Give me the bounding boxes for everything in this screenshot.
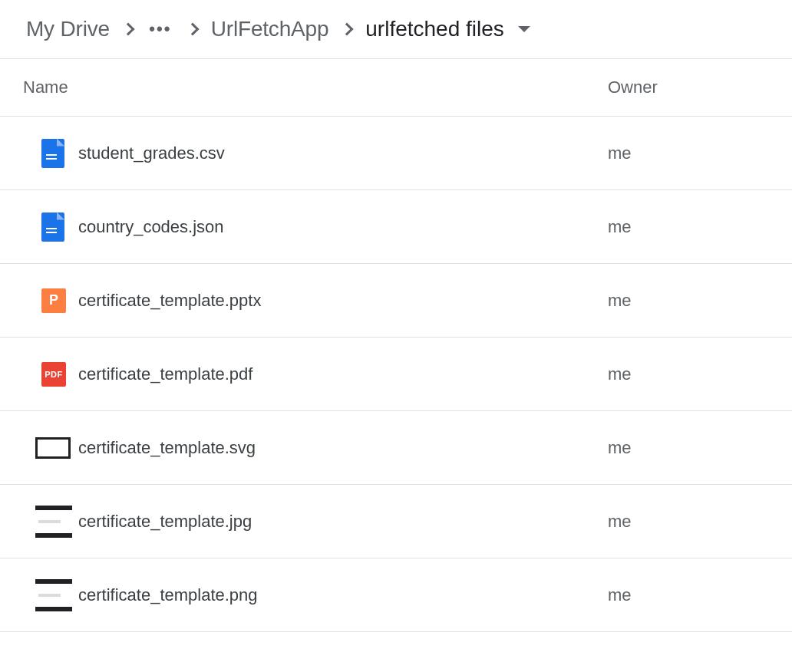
file-icon-cell	[23, 437, 78, 459]
breadcrumb: My Drive ••• UrlFetchApp urlfetched file…	[0, 0, 792, 59]
breadcrumb-root[interactable]: My Drive	[26, 17, 110, 41]
breadcrumb-current[interactable]: urlfetched files	[365, 17, 530, 41]
document-icon	[41, 139, 64, 168]
file-row[interactable]: certificate_template.pngme	[0, 558, 792, 632]
file-row[interactable]: country_codes.jsonme	[0, 190, 792, 264]
file-name: certificate_template.pptx	[78, 291, 608, 311]
file-icon-cell: PDF	[23, 362, 78, 387]
file-owner: me	[608, 291, 632, 311]
file-row[interactable]: certificate_template.jpgme	[0, 485, 792, 558]
file-owner: me	[608, 217, 632, 237]
file-row[interactable]: certificate_template.svgme	[0, 411, 792, 485]
file-name: certificate_template.svg	[78, 438, 608, 458]
chevron-right-icon	[121, 23, 134, 36]
image-thumbnail-icon	[35, 578, 72, 613]
file-owner: me	[608, 143, 632, 163]
file-owner: me	[608, 585, 632, 605]
column-header-name[interactable]: Name	[23, 77, 608, 97]
breadcrumb-ancestor[interactable]: UrlFetchApp	[211, 17, 328, 41]
presentation-icon: P	[41, 288, 66, 313]
chevron-right-icon	[186, 23, 199, 36]
chevron-right-icon	[341, 23, 354, 36]
pdf-icon: PDF	[41, 362, 66, 387]
file-row[interactable]: student_grades.csvme	[0, 117, 792, 190]
table-header: Name Owner	[0, 59, 792, 117]
image-thumbnail-icon	[35, 504, 72, 539]
document-icon	[41, 212, 64, 242]
file-name: certificate_template.jpg	[78, 512, 608, 532]
file-owner: me	[608, 438, 632, 458]
file-icon-cell: P	[23, 288, 78, 313]
file-row[interactable]: PDFcertificate_template.pdfme	[0, 338, 792, 411]
file-row[interactable]: Pcertificate_template.pptxme	[0, 264, 792, 338]
file-name: country_codes.json	[78, 217, 608, 237]
file-owner: me	[608, 364, 632, 384]
chevron-down-icon	[518, 26, 530, 32]
file-icon-cell	[23, 139, 78, 168]
file-icon-cell	[23, 504, 78, 539]
file-name: certificate_template.png	[78, 585, 608, 605]
file-name: certificate_template.pdf	[78, 364, 608, 384]
column-header-owner[interactable]: Owner	[608, 77, 658, 97]
breadcrumb-current-label: urlfetched files	[365, 17, 504, 41]
breadcrumb-ellipsis[interactable]: •••	[147, 15, 174, 43]
file-icon-cell	[23, 578, 78, 613]
file-name: student_grades.csv	[78, 143, 608, 163]
image-thumbnail-icon	[35, 437, 71, 459]
file-list: student_grades.csvmecountry_codes.jsonme…	[0, 117, 792, 632]
file-owner: me	[608, 512, 632, 532]
file-icon-cell	[23, 212, 78, 242]
